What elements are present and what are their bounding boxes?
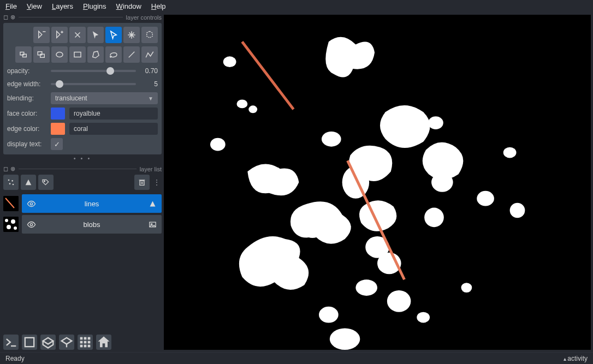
svg-rect-38 [80, 341, 83, 344]
svg-rect-18 [140, 181, 144, 185]
roll-dims-button[interactable] [40, 335, 56, 350]
rectangle-tool[interactable] [15, 46, 32, 63]
svg-point-29 [14, 226, 17, 230]
delete-layer-button[interactable] [134, 175, 150, 190]
panel-resize-handle[interactable]: • • • [3, 157, 162, 162]
layer-controls-header: ◻ ⊗ layer controls [3, 13, 162, 21]
select-tool[interactable] [87, 27, 104, 43]
layer-row-lines[interactable]: lines [3, 194, 162, 213]
edge-width-label: edge width: [7, 80, 46, 88]
pan-zoom-tool[interactable] [123, 27, 140, 43]
svg-point-48 [210, 138, 226, 151]
svg-rect-42 [84, 345, 87, 348]
blending-label: blending: [7, 94, 46, 102]
svg-point-28 [7, 225, 11, 229]
line-tool[interactable] [123, 46, 140, 63]
edge-width-slider[interactable] [51, 79, 136, 89]
svg-rect-40 [88, 341, 91, 344]
svg-point-15 [9, 183, 11, 184]
edge-color-swatch[interactable] [51, 123, 65, 135]
svg-point-61 [417, 312, 430, 323]
svg-point-46 [237, 99, 248, 108]
layer-bar-lines[interactable]: lines [22, 194, 162, 213]
new-shapes-button[interactable] [21, 175, 36, 190]
menu-file[interactable]: File [5, 2, 17, 10]
statusbar: Ready activity [0, 352, 593, 364]
new-points-button[interactable] [3, 175, 19, 190]
status-activity[interactable]: activity [564, 355, 588, 362]
face-color-label: face color: [7, 110, 46, 117]
layer-list-title: layer list [140, 166, 162, 172]
svg-rect-34 [25, 338, 34, 347]
vertex-remove-tool[interactable] [33, 27, 50, 43]
svg-point-65 [510, 203, 525, 218]
svg-point-27 [11, 219, 15, 224]
menu-view[interactable]: View [27, 2, 42, 10]
direct-select-tool[interactable] [105, 27, 122, 43]
menu-window[interactable]: Window [116, 2, 141, 10]
float-layerlist-icon[interactable]: ◻ [3, 165, 8, 172]
shapes-layer-icon [147, 200, 157, 208]
path-tool[interactable] [141, 46, 158, 63]
layer-bar-blobs[interactable]: blobs [22, 215, 162, 234]
opacity-value: 0.70 [140, 67, 158, 75]
delete-tool[interactable] [69, 27, 86, 43]
lasso-tool[interactable] [105, 46, 122, 63]
layer-list-header: ◻ ⊗ layer list [3, 164, 162, 172]
blending-select[interactable]: translucent ▼ [51, 92, 158, 104]
layer-name-blobs: blobs [40, 220, 143, 229]
face-color-swatch[interactable] [51, 108, 65, 120]
transform-tool[interactable] [141, 27, 158, 43]
svg-point-49 [322, 132, 341, 147]
menu-help[interactable]: Help [151, 2, 166, 10]
svg-point-14 [11, 180, 13, 182]
layer-thumb-lines [3, 196, 19, 211]
left-panel: ◻ ⊗ layer controls [0, 13, 164, 352]
layer-row-blobs[interactable]: blobs [3, 215, 162, 234]
more-icon[interactable]: ⋮ [152, 178, 162, 187]
polygon-tool[interactable] [87, 46, 104, 63]
svg-point-16 [13, 184, 14, 186]
svg-point-24 [30, 202, 32, 205]
layer-name-lines: lines [40, 200, 143, 208]
grid-button[interactable] [78, 335, 93, 350]
ndisplay-button[interactable] [22, 335, 37, 350]
close-panel-icon[interactable]: ⊗ [10, 14, 15, 21]
svg-point-58 [503, 147, 517, 158]
svg-point-60 [319, 307, 339, 323]
svg-point-17 [44, 181, 45, 182]
float-panel-icon[interactable]: ◻ [3, 14, 8, 21]
image-layer-icon [147, 220, 157, 229]
home-button[interactable] [96, 335, 111, 350]
svg-point-50 [301, 218, 323, 238]
visibility-toggle-lines[interactable] [26, 199, 36, 208]
svg-point-62 [355, 279, 377, 296]
edge-width-value: 5 [140, 80, 158, 88]
svg-point-54 [387, 290, 411, 312]
svg-point-11 [110, 56, 111, 57]
face-color-input[interactable]: royalblue [69, 108, 158, 120]
layer-controls-panel: opacity: 0.70 edge width: 5 blending: [3, 23, 162, 154]
close-layerlist-icon[interactable]: ⊗ [10, 165, 15, 172]
display-text-checkbox[interactable]: ✓ [51, 138, 63, 150]
ellipse-tool[interactable] [51, 46, 68, 63]
opacity-slider[interactable] [51, 66, 136, 76]
transpose-button[interactable] [59, 335, 74, 350]
visibility-toggle-blobs[interactable] [26, 220, 36, 229]
status-left: Ready [5, 355, 25, 362]
new-labels-button[interactable] [38, 175, 54, 190]
rectangle-simple-tool[interactable] [69, 46, 86, 63]
viewer-canvas[interactable] [164, 15, 591, 350]
vertex-insert-tool[interactable] [51, 27, 68, 43]
rectangle-outline-tool[interactable] [33, 46, 50, 63]
svg-point-30 [30, 223, 32, 225]
console-button[interactable] [3, 335, 19, 350]
menu-layers[interactable]: Layers [52, 2, 73, 10]
menu-plugins[interactable]: Plugins [83, 2, 106, 10]
svg-rect-39 [84, 341, 87, 344]
display-text-label: display text: [7, 140, 46, 148]
svg-rect-10 [74, 52, 81, 57]
svg-rect-25 [3, 217, 19, 232]
svg-point-63 [428, 116, 443, 129]
edge-color-input[interactable]: coral [69, 123, 158, 135]
